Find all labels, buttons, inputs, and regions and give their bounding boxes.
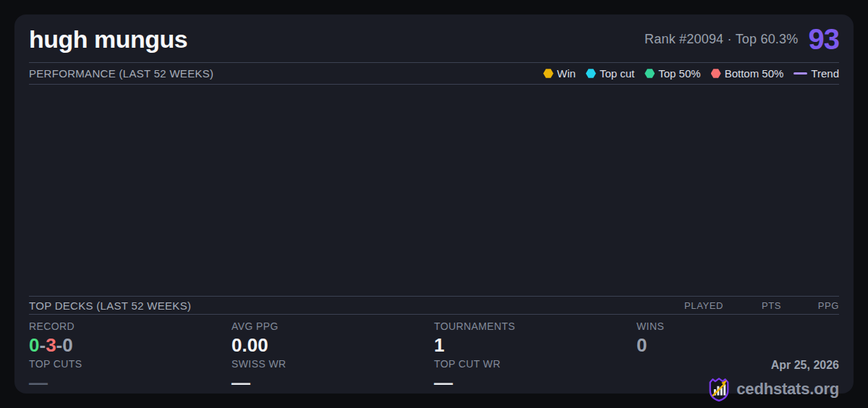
legend-label: Win <box>557 67 576 80</box>
record-value: 0-3-0 <box>29 334 231 358</box>
legend-label: Bottom 50% <box>725 67 784 80</box>
column-header-played: PLAYED <box>651 300 723 311</box>
rank-text: Rank #20094 <box>644 32 723 46</box>
rank-summary: Rank #20094 · Top 60.3% <box>644 32 798 47</box>
legend-item-top-cut: Top cut <box>586 67 634 80</box>
generated-date: Apr 25, 2026 <box>771 358 839 372</box>
brand-link[interactable]: cedhstats.org <box>707 376 839 402</box>
bottom-50-dot-icon <box>711 69 721 79</box>
top-decks-column-headers: PLAYED PTS PPG <box>651 300 839 311</box>
trend-line-icon <box>793 72 807 75</box>
legend-item-bottom-50: Bottom 50% <box>711 67 784 80</box>
performance-header-row: PERFORMANCE (LAST 52 WEEKS) Win Top cut … <box>29 63 839 84</box>
record-wins: 0 <box>29 334 39 356</box>
record-draws: 0 <box>62 334 72 356</box>
top-cut-dot-icon <box>586 69 596 79</box>
legend-item-top-50: Top 50% <box>644 67 700 80</box>
stat-record: RECORD 0-3-0 TOP CUTS — <box>29 320 231 402</box>
top-percent: Top 60.3% <box>736 32 799 46</box>
card-header: hugh mungus Rank #20094 · Top 60.3% 93 <box>29 14 839 62</box>
top-cuts-label: TOP CUTS <box>29 358 231 372</box>
player-score: 93 <box>809 23 840 56</box>
chart-legend: Win Top cut Top 50% Bottom 50% Trend <box>543 67 839 80</box>
column-header-ppg: PPG <box>781 300 839 311</box>
wins-label: WINS <box>637 320 839 334</box>
record-label: RECORD <box>29 320 231 334</box>
stat-wins: WINS 0 Apr 25, 2026 cedhstats.org <box>637 320 839 402</box>
player-stats-card: hugh mungus Rank #20094 · Top 60.3% 93 P… <box>14 14 854 394</box>
top-decks-section-title: TOP DECKS (LAST 52 WEEKS) <box>29 299 191 312</box>
record-separator: - <box>56 334 63 356</box>
player-name: hugh mungus <box>29 25 187 54</box>
avg-ppg-value: 0.00 <box>231 334 434 358</box>
top-cut-wr-label: TOP CUT WR <box>434 358 637 372</box>
record-separator: - <box>39 334 46 356</box>
summary-stats-grid: RECORD 0-3-0 TOP CUTS — AVG PPG 0.00 SWI… <box>29 315 839 402</box>
top-decks-header-row: TOP DECKS (LAST 52 WEEKS) PLAYED PTS PPG <box>29 297 839 314</box>
rank-separator: · <box>728 32 732 46</box>
legend-item-win: Win <box>543 67 576 80</box>
tournaments-value: 1 <box>434 334 637 358</box>
wins-value: 0 <box>637 334 839 358</box>
brand-name: cedhstats.org <box>736 380 839 399</box>
swiss-wr-value: — <box>231 372 434 395</box>
cedhstats-logo-icon <box>707 376 731 402</box>
performance-section-title: PERFORMANCE (LAST 52 WEEKS) <box>29 67 213 80</box>
win-dot-icon <box>543 69 553 79</box>
legend-label: Trend <box>811 67 839 80</box>
tournaments-label: TOURNAMENTS <box>434 320 637 334</box>
stat-tournaments: TOURNAMENTS 1 TOP CUT WR — <box>434 320 637 402</box>
record-losses: 3 <box>46 334 56 356</box>
swiss-wr-label: SWISS WR <box>231 358 434 372</box>
top-cuts-value: — <box>29 372 231 395</box>
stat-avg-ppg: AVG PPG 0.00 SWISS WR — <box>231 320 434 402</box>
performance-chart <box>29 85 839 296</box>
avg-ppg-label: AVG PPG <box>231 320 434 334</box>
legend-label: Top 50% <box>658 67 700 80</box>
top-50-dot-icon <box>644 69 655 79</box>
top-cut-wr-value: — <box>434 372 637 395</box>
legend-label: Top cut <box>600 67 634 80</box>
legend-item-trend: Trend <box>793 67 839 80</box>
column-header-pts: PTS <box>723 300 781 311</box>
